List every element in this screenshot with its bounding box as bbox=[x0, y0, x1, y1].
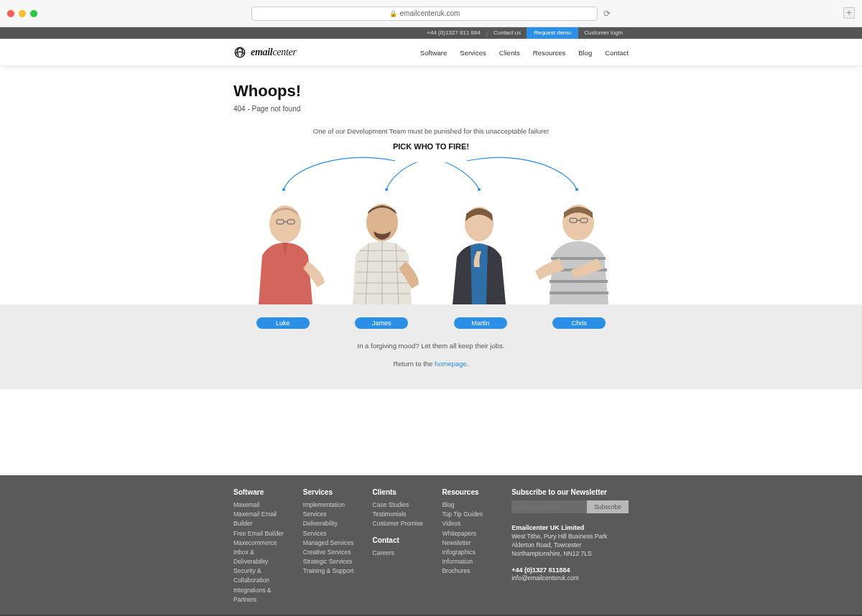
util-phone[interactable]: +44 (0)1327 811 884 bbox=[421, 27, 486, 39]
footer-right: Subscribe to our Newsletter Subscribe Em… bbox=[511, 488, 629, 605]
error-code-text: 404 - Page not found bbox=[233, 105, 629, 113]
footer-link[interactable]: Videos bbox=[442, 519, 499, 528]
address-line: Alderton Road, Towcester bbox=[511, 541, 581, 549]
footer-heading: Contact bbox=[373, 536, 430, 544]
address-line: West Tithe, Pury Hill Business Park bbox=[511, 533, 607, 540]
person-martin bbox=[431, 190, 528, 304]
footer-col-software: Software Maxemail Maxemail Email Builder… bbox=[233, 488, 290, 605]
browser-window: emailcenteruk.com ⟳ + +44 (0)1327 811 88… bbox=[0, 0, 862, 616]
fire-martin-button[interactable]: Martin bbox=[454, 317, 507, 329]
error-page: Whoops! 404 - Page not found One of our … bbox=[0, 66, 862, 616]
person-james bbox=[334, 190, 431, 304]
company-name: Emailcenter UK Limited bbox=[511, 524, 584, 531]
spacer bbox=[0, 389, 862, 475]
fire-luke-button[interactable]: Luke bbox=[256, 317, 310, 329]
company-address: Emailcenter UK Limited West Tithe, Pury … bbox=[511, 523, 629, 583]
address-line: Northamptonshire, NN12 7LS bbox=[511, 550, 592, 557]
footer-link[interactable]: Implementation Services bbox=[303, 500, 360, 519]
footer-link[interactable]: Security & Collaboration bbox=[233, 566, 290, 585]
reload-icon[interactable]: ⟳ bbox=[603, 9, 611, 19]
address-bar[interactable]: emailcenteruk.com bbox=[251, 6, 598, 21]
footer-heading: Resources bbox=[442, 488, 499, 496]
fire-band: Luke James Martin Chris In a forgiving m… bbox=[0, 304, 862, 389]
customer-login-link[interactable]: Customer login bbox=[578, 27, 629, 39]
return-prefix: Return to the bbox=[393, 360, 435, 368]
footer-link[interactable]: Maxemail Email Builder bbox=[233, 510, 290, 528]
footer-heading: Services bbox=[303, 488, 360, 496]
footer-link[interactable]: Managed Services bbox=[303, 538, 360, 548]
footer-email[interactable]: info@emailcenteruk.com bbox=[511, 574, 579, 582]
fire-james-button[interactable]: James bbox=[355, 317, 408, 329]
window-controls[interactable] bbox=[7, 10, 37, 17]
request-demo-button[interactable]: Request demo bbox=[527, 27, 578, 39]
person-chris bbox=[528, 190, 625, 304]
browser-chrome: emailcenteruk.com ⟳ + bbox=[0, 0, 862, 27]
newsletter-form: Subscribe bbox=[511, 500, 629, 513]
footer-link[interactable]: Free Email Builder bbox=[233, 529, 290, 538]
punish-text: One of our Development Team must be puni… bbox=[0, 127, 862, 135]
utility-bar: +44 (0)1327 811 884 | Contact us Request… bbox=[0, 27, 862, 39]
footer-link[interactable]: Testimonials bbox=[373, 510, 430, 519]
site-footer: Software Maxemail Maxemail Email Builder… bbox=[0, 475, 862, 615]
close-window-icon[interactable] bbox=[7, 10, 14, 17]
site-header: emailcenter Software Services Clients Re… bbox=[0, 39, 862, 66]
homepage-link[interactable]: homepage bbox=[435, 360, 467, 368]
return-suffix: . bbox=[467, 360, 469, 368]
footer-link[interactable]: Training & Support bbox=[303, 566, 360, 576]
footer-link[interactable]: Blog bbox=[442, 500, 499, 510]
footer-heading: Software bbox=[233, 488, 290, 496]
fire-chris-button[interactable]: Chris bbox=[552, 317, 606, 329]
nav-software[interactable]: Software bbox=[420, 49, 448, 57]
footer-link[interactable]: Maxemail bbox=[233, 500, 290, 510]
zoom-window-icon[interactable] bbox=[30, 10, 37, 17]
forgiving-text: In a forgiving mood? Let them all keep t… bbox=[0, 342, 862, 350]
footer-link[interactable]: Strategic Services bbox=[303, 557, 360, 566]
person-luke bbox=[237, 190, 334, 304]
nav-clients[interactable]: Clients bbox=[499, 49, 520, 57]
footer-col-clients: Clients Case Studies Testimonials Custom… bbox=[373, 488, 430, 605]
footer-col-resources: Resources Blog Top Tip Guides Videos Whi… bbox=[442, 488, 499, 605]
nav-resources[interactable]: Resources bbox=[533, 49, 565, 57]
footer-link[interactable]: Top Tip Guides bbox=[442, 510, 499, 519]
footer-phone: +44 (0)1327 811884 bbox=[511, 566, 570, 574]
page-title: Whoops! bbox=[233, 82, 629, 101]
footer-col-services: Services Implementation Services Deliver… bbox=[303, 488, 360, 605]
subscribe-button[interactable]: Subscribe bbox=[587, 500, 629, 513]
nav-contact[interactable]: Contact bbox=[605, 49, 629, 57]
footer-link[interactable]: Careers bbox=[373, 549, 430, 558]
newsletter-title: Subscribe to our Newsletter bbox=[511, 488, 629, 496]
footer-link[interactable]: Creative Services bbox=[303, 548, 360, 557]
svg-point-5 bbox=[269, 205, 301, 243]
new-tab-button[interactable]: + bbox=[843, 7, 855, 19]
nav-services[interactable]: Services bbox=[460, 49, 486, 57]
logo[interactable]: emailcenter bbox=[233, 46, 297, 59]
footer-link[interactable]: Maxecommerce bbox=[233, 538, 290, 548]
footer-link[interactable]: Newsletter bbox=[442, 538, 499, 548]
footer-link[interactable]: Customer Promise bbox=[373, 519, 430, 528]
footer-link[interactable]: Case Studies bbox=[373, 500, 430, 510]
nav-blog[interactable]: Blog bbox=[578, 49, 592, 57]
footer-link[interactable]: Whitepapers bbox=[442, 529, 499, 538]
footer-link[interactable]: Information Brochures bbox=[442, 557, 499, 576]
footer-heading: Clients bbox=[373, 488, 430, 496]
footer-link[interactable]: Inbox & Deliverability bbox=[233, 548, 290, 566]
aperture-icon bbox=[233, 46, 246, 59]
team-illustration bbox=[233, 154, 629, 304]
footer-link[interactable]: Deliverability Services bbox=[303, 519, 360, 538]
minimize-window-icon[interactable] bbox=[19, 10, 26, 17]
footer-link[interactable]: Integrations & Partners bbox=[233, 586, 290, 605]
pick-who-to-fire-label: PICK WHO TO FIRE! bbox=[0, 142, 862, 151]
logo-text: emailcenter bbox=[251, 47, 297, 58]
newsletter-email-input[interactable] bbox=[511, 500, 587, 513]
footer-link[interactable]: Infographics bbox=[442, 548, 499, 557]
primary-nav: Software Services Clients Resources Blog… bbox=[420, 49, 629, 57]
util-contact-us[interactable]: Contact us bbox=[488, 27, 527, 39]
return-text: Return to the homepage. bbox=[0, 360, 862, 368]
